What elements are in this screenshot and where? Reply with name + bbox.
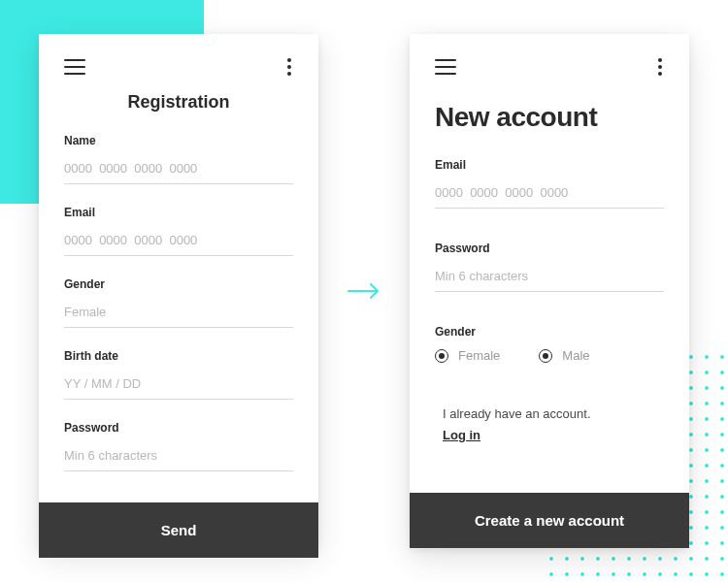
email-label: Email bbox=[64, 206, 293, 219]
password-label: Password bbox=[64, 421, 293, 435]
send-button[interactable]: Send bbox=[39, 502, 318, 558]
gender-radio-row: Female Male bbox=[435, 348, 664, 363]
gender-label: Gender bbox=[64, 277, 293, 291]
more-icon[interactable] bbox=[285, 56, 293, 78]
stage: Registration Name Email Gender Birth dat… bbox=[0, 0, 728, 582]
email-label: Email bbox=[435, 158, 664, 172]
email-input[interactable] bbox=[435, 181, 664, 209]
radio-icon bbox=[539, 349, 552, 363]
birthdate-input[interactable] bbox=[64, 372, 293, 400]
password-input[interactable] bbox=[435, 265, 664, 292]
email-field-group: Email bbox=[64, 206, 293, 256]
menu-icon[interactable] bbox=[435, 59, 456, 75]
arrow-right-icon bbox=[347, 281, 381, 301]
name-field-group: Name bbox=[64, 134, 293, 184]
top-bar bbox=[435, 55, 664, 79]
birthdate-label: Birth date bbox=[64, 349, 293, 363]
page-title: Registration bbox=[64, 92, 293, 113]
registration-card: Registration Name Email Gender Birth dat… bbox=[39, 34, 318, 548]
gender-radio-female[interactable]: Female bbox=[435, 348, 500, 363]
password-field-group: Password bbox=[435, 242, 664, 292]
email-field-group: Email bbox=[435, 158, 664, 209]
gender-input[interactable] bbox=[64, 301, 293, 328]
radio-label: Male bbox=[562, 348, 589, 363]
radio-icon bbox=[435, 349, 448, 363]
name-label: Name bbox=[64, 134, 293, 147]
menu-icon[interactable] bbox=[64, 59, 85, 75]
name-input[interactable] bbox=[64, 157, 293, 184]
gender-field-group: Gender bbox=[64, 277, 293, 328]
gender-field-group: Gender Female Male bbox=[435, 325, 664, 363]
existing-account-line: I already have an account. bbox=[443, 406, 591, 421]
password-input[interactable] bbox=[64, 444, 293, 471]
page-title: New account bbox=[435, 102, 664, 133]
gender-label: Gender bbox=[435, 325, 664, 339]
radio-label: Female bbox=[458, 348, 500, 363]
gender-radio-male[interactable]: Male bbox=[539, 348, 589, 363]
top-bar bbox=[64, 55, 293, 79]
create-account-button[interactable]: Create a new account bbox=[410, 493, 689, 548]
birthdate-field-group: Birth date bbox=[64, 349, 293, 400]
password-label: Password bbox=[435, 242, 664, 255]
login-link[interactable]: Log in bbox=[443, 428, 480, 442]
email-input[interactable] bbox=[64, 229, 293, 256]
new-account-card: New account Email Password Gender Female bbox=[410, 34, 689, 548]
password-field-group: Password bbox=[64, 421, 293, 471]
existing-account-text: I already have an account. Log in bbox=[435, 404, 664, 446]
more-icon[interactable] bbox=[656, 56, 664, 78]
